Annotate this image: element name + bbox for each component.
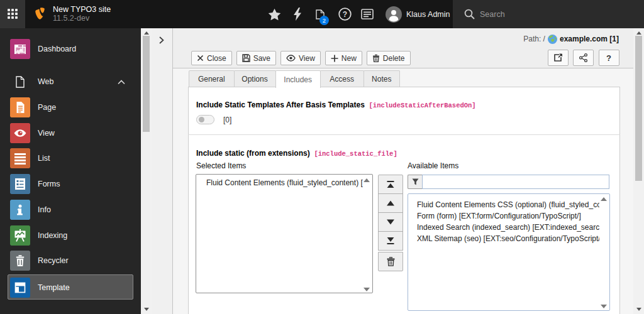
svg-text:?: ? [342, 10, 347, 19]
